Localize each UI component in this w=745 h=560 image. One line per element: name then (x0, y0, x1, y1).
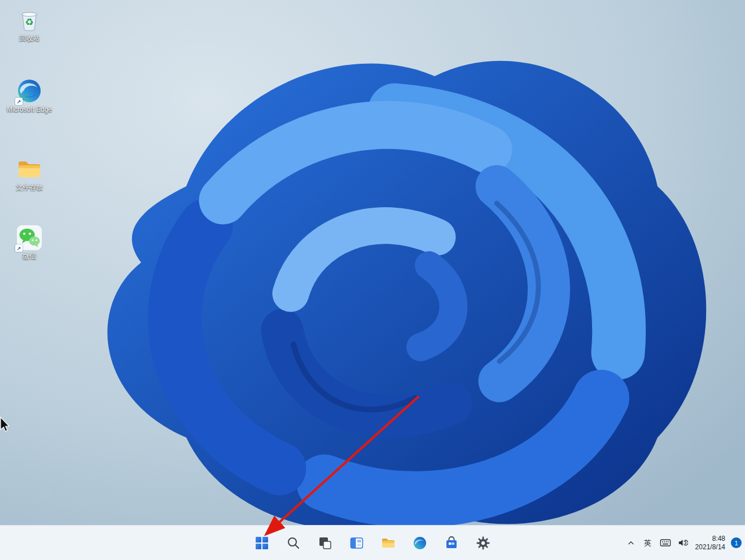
edge-button[interactable] (407, 531, 432, 555)
settings-gear-icon (476, 536, 490, 550)
desktop-icon-wechat[interactable]: ↗ 微信 (6, 225, 53, 260)
system-tray: 英 8:48 2021/8/14 1 (623, 526, 742, 560)
desktop-icon-recycle-bin[interactable]: ♻ 回收站 (6, 7, 53, 42)
touch-keyboard-icon (660, 539, 671, 547)
hidden-icons-chevron-button[interactable] (623, 532, 639, 554)
taskbar: 英 8:48 2021/8/14 1 (0, 525, 745, 560)
desktop-icon-folder[interactable]: 文件存放 (6, 156, 53, 191)
notification-count: 1 (734, 540, 738, 546)
speaker-icon (678, 539, 688, 547)
wallpaper-bloom (0, 0, 745, 560)
ime-label: 英 (644, 538, 651, 548)
ime-indicator[interactable]: 英 (640, 532, 656, 554)
recycle-bin-icon: ♻ (16, 7, 42, 33)
volume-button[interactable] (675, 532, 691, 554)
desktop-icon-label: 文件存放 (16, 183, 43, 191)
svg-text:♻: ♻ (25, 17, 33, 28)
settings-button[interactable] (471, 531, 496, 555)
widgets-icon (349, 536, 364, 550)
desktop-icon-label: 回收站 (19, 34, 40, 42)
search-icon (286, 536, 301, 550)
touch-keyboard-button[interactable] (657, 532, 674, 554)
taskbar-center-icons (249, 531, 496, 555)
desktop-icon-label: 微信 (23, 252, 36, 260)
clock-date: 2021/8/14 (695, 543, 725, 552)
start-button[interactable] (249, 531, 274, 555)
widgets-button[interactable] (344, 531, 369, 555)
edge-icon (413, 536, 427, 550)
search-button[interactable] (281, 531, 306, 555)
clock-time: 8:48 (695, 535, 725, 543)
shortcut-arrow-icon: ↗ (15, 98, 23, 105)
file-explorer-button[interactable] (376, 531, 401, 555)
desktop-icon-edge[interactable]: ↗ Microsoft Edge (6, 78, 53, 113)
folder-icon (16, 156, 42, 182)
task-view-icon (318, 536, 332, 550)
desktop-icon-label: Microsoft Edge (7, 106, 52, 113)
notification-badge[interactable]: 1 (731, 537, 742, 548)
chevron-up-icon (627, 540, 635, 546)
task-view-button[interactable] (313, 531, 338, 555)
edge-icon: ↗ (16, 78, 42, 104)
file-explorer-icon (381, 536, 396, 550)
store-button[interactable] (439, 531, 464, 555)
windows-logo-icon (255, 536, 269, 550)
wechat-icon: ↗ (16, 225, 42, 251)
clock[interactable]: 8:48 2021/8/14 (692, 535, 729, 552)
shortcut-arrow-icon: ↗ (15, 244, 23, 252)
store-icon (444, 536, 459, 550)
